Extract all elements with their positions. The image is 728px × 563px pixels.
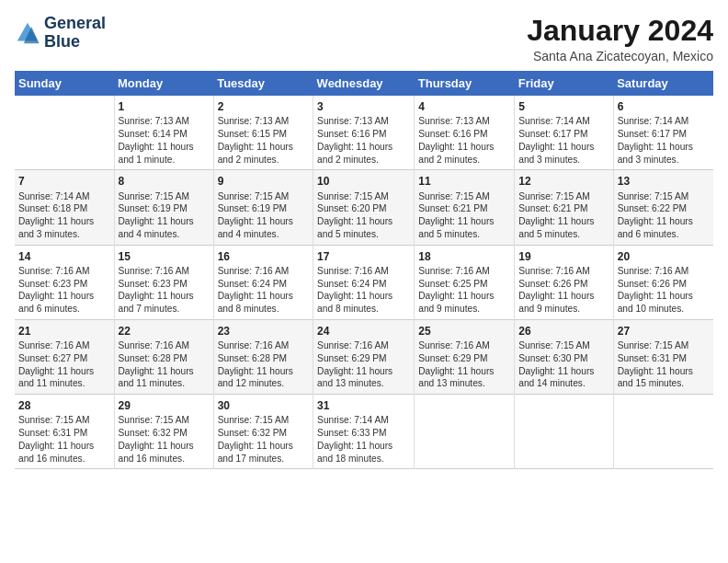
calendar-cell: 16Sunrise: 7:16 AM Sunset: 6:24 PM Dayli… <box>213 245 313 319</box>
day-number: 3 <box>317 99 410 114</box>
day-info: Sunrise: 7:15 AM Sunset: 6:21 PM Dayligh… <box>518 190 609 241</box>
col-wednesday: Wednesday <box>313 71 415 96</box>
calendar-cell <box>15 96 114 170</box>
day-info: Sunrise: 7:16 AM Sunset: 6:25 PM Dayligh… <box>418 265 510 316</box>
day-info: Sunrise: 7:16 AM Sunset: 6:28 PM Dayligh… <box>218 339 309 390</box>
calendar-cell: 28Sunrise: 7:15 AM Sunset: 6:31 PM Dayli… <box>15 395 114 469</box>
day-info: Sunrise: 7:15 AM Sunset: 6:19 PM Dayligh… <box>218 190 309 241</box>
day-info: Sunrise: 7:14 AM Sunset: 6:17 PM Dayligh… <box>518 115 609 166</box>
day-info: Sunrise: 7:16 AM Sunset: 6:28 PM Dayligh… <box>119 339 210 390</box>
day-number: 14 <box>18 249 110 264</box>
day-number: 30 <box>218 398 309 413</box>
day-info: Sunrise: 7:14 AM Sunset: 6:18 PM Dayligh… <box>18 190 110 241</box>
calendar-cell: 11Sunrise: 7:15 AM Sunset: 6:21 PM Dayli… <box>415 170 515 245</box>
calendar-cell: 5Sunrise: 7:14 AM Sunset: 6:17 PM Daylig… <box>515 96 613 170</box>
logo-line2: Blue <box>44 33 106 52</box>
day-info: Sunrise: 7:13 AM Sunset: 6:16 PM Dayligh… <box>418 115 510 166</box>
calendar-cell: 14Sunrise: 7:16 AM Sunset: 6:23 PM Dayli… <box>15 245 114 319</box>
calendar-cell: 9Sunrise: 7:15 AM Sunset: 6:19 PM Daylig… <box>213 170 313 245</box>
calendar-cell: 2Sunrise: 7:13 AM Sunset: 6:15 PM Daylig… <box>213 96 313 170</box>
calendar-cell: 20Sunrise: 7:16 AM Sunset: 6:26 PM Dayli… <box>613 245 713 319</box>
day-info: Sunrise: 7:15 AM Sunset: 6:22 PM Dayligh… <box>618 190 710 241</box>
day-number: 11 <box>418 174 510 189</box>
calendar-cell: 10Sunrise: 7:15 AM Sunset: 6:20 PM Dayli… <box>313 170 415 245</box>
day-number: 22 <box>119 324 210 339</box>
day-number: 17 <box>317 249 410 264</box>
day-number: 27 <box>618 324 710 339</box>
day-info: Sunrise: 7:14 AM Sunset: 6:33 PM Dayligh… <box>317 414 410 465</box>
day-number: 12 <box>518 174 609 189</box>
day-number: 10 <box>317 174 410 189</box>
day-info: Sunrise: 7:16 AM Sunset: 6:26 PM Dayligh… <box>618 265 710 316</box>
day-info: Sunrise: 7:16 AM Sunset: 6:24 PM Dayligh… <box>317 265 410 316</box>
day-number: 2 <box>218 99 309 114</box>
calendar-row-3: 21Sunrise: 7:16 AM Sunset: 6:27 PM Dayli… <box>15 319 713 394</box>
day-number: 24 <box>317 324 410 339</box>
day-info: Sunrise: 7:15 AM Sunset: 6:31 PM Dayligh… <box>18 414 110 465</box>
day-info: Sunrise: 7:16 AM Sunset: 6:24 PM Dayligh… <box>218 265 309 316</box>
calendar-row-1: 7Sunrise: 7:14 AM Sunset: 6:18 PM Daylig… <box>15 170 713 245</box>
col-tuesday: Tuesday <box>213 71 313 96</box>
day-number: 23 <box>218 324 309 339</box>
logo-icon <box>15 20 40 46</box>
day-info: Sunrise: 7:15 AM Sunset: 6:32 PM Dayligh… <box>218 414 309 465</box>
calendar-cell: 25Sunrise: 7:16 AM Sunset: 6:29 PM Dayli… <box>415 319 515 394</box>
day-info: Sunrise: 7:13 AM Sunset: 6:14 PM Dayligh… <box>119 115 210 166</box>
calendar-cell: 4Sunrise: 7:13 AM Sunset: 6:16 PM Daylig… <box>415 96 515 170</box>
calendar-cell: 30Sunrise: 7:15 AM Sunset: 6:32 PM Dayli… <box>213 395 313 469</box>
day-number: 29 <box>119 398 210 413</box>
day-number: 19 <box>518 249 609 264</box>
logo-line1: General <box>44 15 106 33</box>
calendar-cell <box>415 395 515 469</box>
title-block: January 2024 Santa Ana Zicatecoyan, Mexi… <box>527 15 713 63</box>
day-number: 4 <box>418 99 510 114</box>
calendar-row-0: 1Sunrise: 7:13 AM Sunset: 6:14 PM Daylig… <box>15 96 713 170</box>
day-number: 21 <box>18 324 110 339</box>
page-header: General Blue January 2024 Santa Ana Zica… <box>15 15 713 63</box>
calendar-cell: 31Sunrise: 7:14 AM Sunset: 6:33 PM Dayli… <box>313 395 415 469</box>
day-info: Sunrise: 7:15 AM Sunset: 6:20 PM Dayligh… <box>317 190 410 241</box>
calendar-cell: 12Sunrise: 7:15 AM Sunset: 6:21 PM Dayli… <box>515 170 613 245</box>
day-info: Sunrise: 7:16 AM Sunset: 6:23 PM Dayligh… <box>18 265 110 316</box>
calendar-cell: 26Sunrise: 7:15 AM Sunset: 6:30 PM Dayli… <box>515 319 613 394</box>
day-info: Sunrise: 7:16 AM Sunset: 6:29 PM Dayligh… <box>317 339 410 390</box>
calendar-cell: 8Sunrise: 7:15 AM Sunset: 6:19 PM Daylig… <box>114 170 213 245</box>
logo: General Blue <box>15 15 106 52</box>
day-number: 15 <box>119 249 210 264</box>
day-info: Sunrise: 7:13 AM Sunset: 6:16 PM Dayligh… <box>317 115 410 166</box>
day-number: 26 <box>518 324 609 339</box>
day-info: Sunrise: 7:15 AM Sunset: 6:31 PM Dayligh… <box>618 339 710 390</box>
day-number: 31 <box>317 398 410 413</box>
col-sunday: Sunday <box>15 71 114 96</box>
calendar-cell: 19Sunrise: 7:16 AM Sunset: 6:26 PM Dayli… <box>515 245 613 319</box>
calendar-cell: 18Sunrise: 7:16 AM Sunset: 6:25 PM Dayli… <box>415 245 515 319</box>
day-info: Sunrise: 7:15 AM Sunset: 6:21 PM Dayligh… <box>418 190 510 241</box>
calendar-cell: 17Sunrise: 7:16 AM Sunset: 6:24 PM Dayli… <box>313 245 415 319</box>
day-info: Sunrise: 7:16 AM Sunset: 6:29 PM Dayligh… <box>418 339 510 390</box>
calendar-cell: 24Sunrise: 7:16 AM Sunset: 6:29 PM Dayli… <box>313 319 415 394</box>
calendar-cell: 7Sunrise: 7:14 AM Sunset: 6:18 PM Daylig… <box>15 170 114 245</box>
calendar-cell: 21Sunrise: 7:16 AM Sunset: 6:27 PM Dayli… <box>15 319 114 394</box>
day-number: 25 <box>418 324 510 339</box>
col-monday: Monday <box>114 71 213 96</box>
day-number: 7 <box>18 174 110 189</box>
day-number: 1 <box>119 99 210 114</box>
day-number: 28 <box>18 398 110 413</box>
location: Santa Ana Zicatecoyan, Mexico <box>527 49 713 63</box>
day-info: Sunrise: 7:14 AM Sunset: 6:17 PM Dayligh… <box>618 115 710 166</box>
day-info: Sunrise: 7:16 AM Sunset: 6:23 PM Dayligh… <box>119 265 210 316</box>
calendar-row-4: 28Sunrise: 7:15 AM Sunset: 6:31 PM Dayli… <box>15 395 713 469</box>
day-info: Sunrise: 7:15 AM Sunset: 6:30 PM Dayligh… <box>518 339 609 390</box>
page-container: General Blue January 2024 Santa Ana Zica… <box>0 0 728 477</box>
calendar-cell: 6Sunrise: 7:14 AM Sunset: 6:17 PM Daylig… <box>613 96 713 170</box>
calendar-cell: 22Sunrise: 7:16 AM Sunset: 6:28 PM Dayli… <box>114 319 213 394</box>
calendar-table: Sunday Monday Tuesday Wednesday Thursday… <box>15 71 713 469</box>
calendar-cell: 15Sunrise: 7:16 AM Sunset: 6:23 PM Dayli… <box>114 245 213 319</box>
header-row: Sunday Monday Tuesday Wednesday Thursday… <box>15 71 713 96</box>
col-thursday: Thursday <box>415 71 515 96</box>
calendar-row-2: 14Sunrise: 7:16 AM Sunset: 6:23 PM Dayli… <box>15 245 713 319</box>
day-number: 16 <box>218 249 309 264</box>
calendar-cell: 3Sunrise: 7:13 AM Sunset: 6:16 PM Daylig… <box>313 96 415 170</box>
logo-text: General Blue <box>44 15 106 52</box>
col-saturday: Saturday <box>613 71 713 96</box>
